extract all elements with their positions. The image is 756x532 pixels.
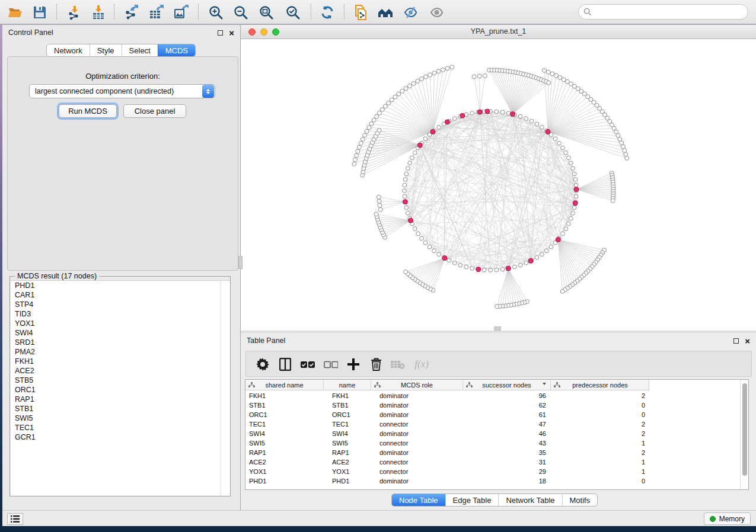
table-cell: SWI5 xyxy=(245,440,323,447)
column-header-MCDS-role[interactable]: MCDS role xyxy=(371,380,462,390)
mcds-result-item[interactable]: FKH1 xyxy=(11,357,230,366)
table-cell: 61 xyxy=(462,411,550,418)
search-input[interactable] xyxy=(595,8,748,16)
table-scrollbar-thumb[interactable] xyxy=(742,383,747,476)
memory-button[interactable]: Memory xyxy=(704,512,751,525)
refresh-view-icon[interactable] xyxy=(319,4,336,21)
mcds-result-item[interactable]: TEC1 xyxy=(11,423,230,432)
mcds-result-item[interactable]: ACE2 xyxy=(11,366,230,376)
import-network-icon[interactable] xyxy=(66,4,83,21)
table-cell: dominator xyxy=(371,411,462,418)
table-header-row: shared namenameMCDS rolesuccessor nodesp… xyxy=(245,380,649,390)
mcds-result-item[interactable]: GCR1 xyxy=(11,432,230,442)
table-row[interactable]: RAP1RAP1dominator352 xyxy=(245,448,649,457)
export-table-icon[interactable] xyxy=(148,4,164,21)
table-cell: TEC1 xyxy=(323,421,371,428)
export-image-icon[interactable] xyxy=(173,4,189,21)
table-row[interactable]: ACE2ACE2connector311 xyxy=(245,457,649,467)
mcds-result-item[interactable]: SWI4 xyxy=(11,328,230,338)
table-scrollbar[interactable] xyxy=(740,380,748,489)
table-cell: 2 xyxy=(550,392,649,399)
table-settings-gear-icon[interactable] xyxy=(255,357,270,372)
table-cell: 46 xyxy=(462,430,550,437)
table-cell: PHD1 xyxy=(245,477,323,485)
tab-motifs[interactable]: Motifs xyxy=(562,494,598,506)
control-panel-tab-bar: Network Style Select MCDS xyxy=(46,44,196,57)
memory-status-icon xyxy=(710,516,716,522)
network-window-title: YPA_prune.txt_1 xyxy=(241,27,756,36)
toolbar-separator xyxy=(56,4,57,20)
mcds-result-item[interactable]: CAR1 xyxy=(11,290,230,300)
table-cell: dominator xyxy=(371,477,462,485)
tab-select[interactable]: Select xyxy=(122,44,158,56)
mcds-result-item[interactable]: YOX1 xyxy=(11,319,230,328)
table-row[interactable]: TEC1TEC1connector472 xyxy=(245,419,649,429)
column-header-predecessor-nodes[interactable]: predecessor nodes xyxy=(550,380,649,390)
table-row[interactable]: SWI5SWI5connector431 xyxy=(245,438,649,448)
mcds-result-item[interactable]: STB5 xyxy=(11,376,230,385)
mcds-result-item[interactable]: SRD1 xyxy=(11,338,230,347)
show-columns-icon[interactable] xyxy=(277,357,293,372)
zoom-in-icon[interactable] xyxy=(208,4,224,21)
tab-network-table[interactable]: Network Table xyxy=(498,494,562,506)
select-all-rows-icon[interactable] xyxy=(300,357,315,372)
delete-column-trash-icon[interactable] xyxy=(368,357,384,372)
mcds-result-item[interactable]: ORC1 xyxy=(11,385,230,395)
column-header-successor-nodes[interactable]: successor nodes xyxy=(462,380,550,390)
table-row[interactable]: YOX1YOX1connector291 xyxy=(245,467,649,476)
network-view-canvas[interactable] xyxy=(241,39,756,331)
search-field[interactable] xyxy=(578,4,748,20)
table-row[interactable]: ORC1ORC1dominator610 xyxy=(245,410,649,419)
zoom-out-icon[interactable] xyxy=(232,4,249,21)
column-header-name[interactable]: name xyxy=(323,380,371,390)
hide-selected-icon[interactable] xyxy=(402,4,419,21)
panel-splitter-vertical[interactable] xyxy=(238,256,243,269)
mcds-result-item[interactable]: SWI5 xyxy=(11,414,230,423)
optimization-criterion-select[interactable]: largest connected component (undirected) xyxy=(29,84,215,98)
column-header-label: MCDS role xyxy=(401,382,433,389)
open-session-icon[interactable] xyxy=(7,4,23,21)
tab-node-table[interactable]: Node Table xyxy=(392,494,445,506)
run-mcds-button[interactable]: Run MCDS xyxy=(59,104,117,118)
table-row[interactable]: SWI4SWI4dominator462 xyxy=(245,429,649,438)
network-scrollbar-handle[interactable] xyxy=(494,326,501,331)
table-row[interactable]: STB1STB1dominator620 xyxy=(245,400,649,410)
optimization-criterion-label: Optimization criterion: xyxy=(8,72,238,81)
clone-network-icon[interactable] xyxy=(352,4,369,21)
mcds-result-item[interactable]: RAP1 xyxy=(11,395,230,404)
close-panel-button[interactable]: Close panel xyxy=(123,104,186,118)
show-all-icon[interactable] xyxy=(428,4,445,21)
table-cell: 18 xyxy=(462,477,550,485)
tab-network[interactable]: Network xyxy=(47,44,90,56)
import-table-icon[interactable] xyxy=(90,4,107,21)
tab-mcds[interactable]: MCDS xyxy=(158,44,195,56)
table-row[interactable]: FKH1FKH1dominator962 xyxy=(245,391,649,400)
table-cell: connector xyxy=(371,440,462,447)
close-panel-icon[interactable]: × xyxy=(229,30,234,36)
tab-edge-table[interactable]: Edge Table xyxy=(445,494,499,506)
mcds-result-item[interactable]: PMA2 xyxy=(11,347,230,357)
column-header-shared-name[interactable]: shared name xyxy=(245,380,323,390)
mcds-result-item[interactable]: TID3 xyxy=(11,309,230,319)
table-cell: YOX1 xyxy=(323,468,371,475)
export-network-icon[interactable] xyxy=(123,4,139,21)
mcds-result-item[interactable]: STB1 xyxy=(11,404,230,414)
first-neighbors-icon[interactable] xyxy=(377,4,394,21)
zoom-fit-icon[interactable] xyxy=(258,4,275,21)
mcds-list-scrollbar[interactable] xyxy=(220,281,228,496)
mcds-result-item[interactable]: STP4 xyxy=(11,300,230,309)
mcds-result-item[interactable]: PHD1 xyxy=(11,281,230,290)
column-header-label: name xyxy=(339,382,356,389)
float-panel-icon[interactable] xyxy=(218,30,223,36)
create-column-icon[interactable] xyxy=(346,357,361,372)
table-cell: ORC1 xyxy=(245,411,323,418)
float-panel-icon[interactable] xyxy=(733,338,739,344)
zoom-selected-icon[interactable] xyxy=(285,4,301,21)
task-history-button[interactable] xyxy=(7,513,23,525)
table-row[interactable]: PHD1PHD1dominator180 xyxy=(245,476,649,486)
tab-style[interactable]: Style xyxy=(90,44,122,56)
deselect-all-rows-icon[interactable] xyxy=(323,357,339,372)
save-session-icon[interactable] xyxy=(31,4,48,21)
search-icon xyxy=(583,8,592,16)
close-panel-icon[interactable]: × xyxy=(745,338,750,344)
